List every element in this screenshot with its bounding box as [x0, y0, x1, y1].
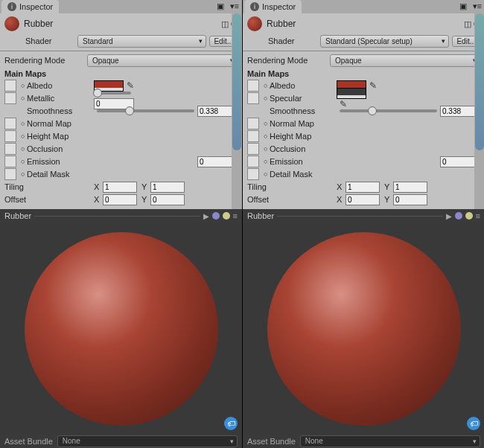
scrollbar-thumb[interactable]: [475, 13, 484, 150]
asset-bundle-label: Asset Bundle: [4, 437, 53, 446]
tab-label: Inspector: [19, 2, 53, 11]
preview-header: Rubber ▶ ≡: [243, 209, 484, 223]
light-toggle-icon[interactable]: [212, 212, 220, 220]
tiling-label: Tiling: [4, 182, 94, 191]
tiling-y[interactable]: [150, 182, 185, 193]
preview-header: Rubber ▶ ≡: [0, 209, 242, 223]
normal-texture-slot[interactable]: [4, 118, 16, 129]
preview-sphere: [25, 232, 218, 426]
menu-icon[interactable]: ▾≡: [470, 0, 484, 13]
asset-bundle-label: Asset Bundle: [247, 437, 296, 446]
tag-icon[interactable]: 🏷: [467, 417, 480, 430]
offset-y[interactable]: [150, 194, 185, 205]
second-label: Metallic: [27, 94, 94, 103]
tiling-label: Tiling: [247, 182, 337, 191]
specular-color[interactable]: [337, 88, 366, 99]
play-icon[interactable]: ▶: [203, 212, 209, 220]
preview-title: Rubber: [247, 211, 274, 220]
smoothness-slider[interactable]: [97, 106, 194, 116]
lock-icon[interactable]: ▣: [456, 0, 470, 13]
shader-label: Shader: [247, 36, 320, 45]
second-texture-slot[interactable]: [247, 92, 259, 104]
normal-label: Normal Map: [270, 119, 337, 128]
tab-bar: i Inspector ▣ ▾≡: [0, 0, 242, 13]
material-preview-icon[interactable]: [4, 16, 19, 31]
env-toggle-icon[interactable]: [223, 212, 230, 220]
shader-dropdown[interactable]: Standard: [77, 35, 206, 48]
preview-sphere: [267, 232, 461, 426]
albedo-texture-slot[interactable]: [4, 80, 16, 92]
offset-x[interactable]: [346, 194, 380, 205]
detail-texture-slot[interactable]: [4, 168, 16, 180]
expand-icon[interactable]: ○: [21, 95, 27, 102]
rendering-mode-dropdown[interactable]: Opaque: [87, 54, 238, 67]
play-icon[interactable]: ▶: [446, 212, 452, 220]
help-icon[interactable]: ◫: [464, 19, 471, 29]
tag-icon[interactable]: 🏷: [224, 417, 238, 430]
emission-texture-slot[interactable]: [4, 156, 16, 167]
emission-texture-slot[interactable]: [247, 156, 259, 167]
main-maps-header: Main Maps: [247, 69, 480, 78]
slider-thumb[interactable]: [93, 89, 102, 97]
albedo-texture-slot[interactable]: [247, 80, 259, 92]
metallic-slider[interactable]: [97, 88, 131, 98]
smoothness-label: Smoothness: [21, 106, 94, 115]
tab-inspector[interactable]: i Inspector: [1, 0, 59, 13]
tab-bar: i Inspector ▣ ▾≡: [243, 0, 484, 13]
occlusion-label: Occlusion: [270, 144, 337, 153]
main-maps-header: Main Maps: [4, 69, 238, 78]
menu-icon[interactable]: ▾≡: [227, 0, 242, 13]
env-toggle-icon[interactable]: [465, 212, 473, 220]
menu-icon[interactable]: ≡: [233, 211, 238, 220]
slider-thumb[interactable]: [125, 106, 134, 115]
smoothness-slider[interactable]: [340, 106, 437, 116]
normal-texture-slot[interactable]: [247, 118, 259, 129]
tab-inspector[interactable]: i Inspector: [244, 0, 302, 13]
occlusion-label: Occlusion: [27, 144, 94, 153]
menu-icon[interactable]: ≡: [476, 211, 480, 220]
albedo-label: Albedo: [27, 81, 94, 90]
height-label: Height Map: [270, 132, 337, 141]
light-toggle-icon[interactable]: [455, 212, 462, 220]
slider-thumb[interactable]: [368, 106, 377, 115]
lock-icon[interactable]: ▣: [214, 0, 227, 13]
second-label: Specular: [270, 94, 337, 103]
preview-viewport[interactable]: 🏷: [243, 223, 484, 435]
height-label: Height Map: [27, 132, 94, 141]
expand-icon[interactable]: ○: [264, 95, 270, 102]
offset-y[interactable]: [393, 194, 427, 205]
scrollbar-thumb[interactable]: [232, 13, 241, 150]
info-icon: i: [250, 2, 259, 11]
expand-icon[interactable]: ○: [21, 82, 27, 89]
scrollbar[interactable]: [232, 13, 242, 209]
scrollbar[interactable]: [474, 13, 484, 209]
shader-label: Shader: [4, 36, 77, 45]
help-icon[interactable]: ◫: [221, 19, 229, 29]
offset-label: Offset: [4, 195, 94, 204]
normal-label: Normal Map: [27, 119, 94, 128]
occlusion-texture-slot[interactable]: [4, 143, 16, 155]
detail-texture-slot[interactable]: [247, 168, 259, 180]
eyedropper-icon[interactable]: ✎: [369, 80, 377, 91]
material-preview-icon[interactable]: [247, 16, 262, 31]
asset-bundle-dropdown[interactable]: None: [300, 435, 480, 447]
shader-dropdown[interactable]: Standard (Specular setup): [320, 35, 449, 48]
second-texture-slot[interactable]: [4, 92, 16, 104]
detail-label: Detail Mask: [27, 170, 94, 179]
tiling-x[interactable]: [346, 182, 380, 193]
emission-label: Emission: [270, 157, 337, 166]
preview-viewport[interactable]: 🏷: [0, 223, 242, 435]
rendering-mode-dropdown[interactable]: Opaque: [330, 54, 480, 67]
material-name: Rubber: [24, 19, 221, 29]
tiling-y[interactable]: [393, 182, 427, 193]
tiling-x[interactable]: [103, 182, 137, 193]
expand-icon[interactable]: ○: [264, 82, 270, 89]
height-texture-slot[interactable]: [247, 130, 259, 142]
detail-label: Detail Mask: [270, 170, 337, 179]
emission-label: Emission: [27, 157, 94, 166]
tab-label: Inspector: [262, 2, 296, 11]
asset-bundle-dropdown[interactable]: None: [57, 435, 238, 447]
offset-x[interactable]: [103, 194, 137, 205]
occlusion-texture-slot[interactable]: [247, 143, 259, 155]
height-texture-slot[interactable]: [4, 130, 16, 142]
